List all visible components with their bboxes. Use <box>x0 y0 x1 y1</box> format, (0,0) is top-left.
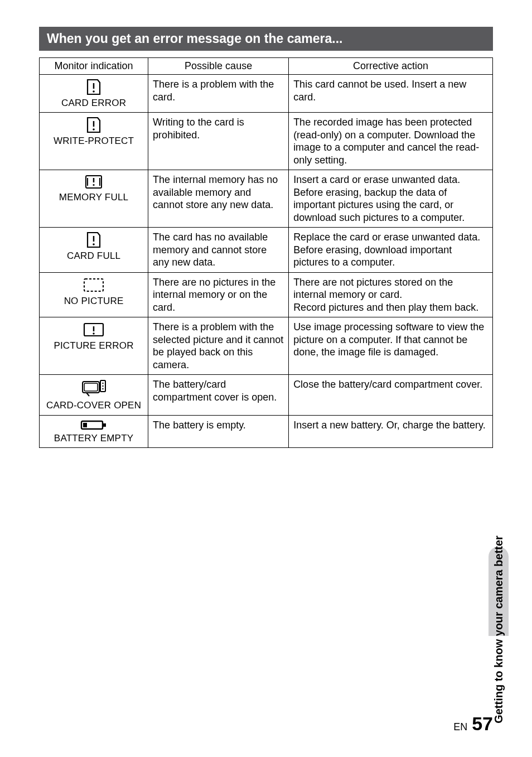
section-title: When you get an error message on the cam… <box>39 27 493 51</box>
action-cell: Close the battery/card compartment cover… <box>289 375 493 415</box>
no-picture-icon <box>44 276 143 294</box>
error-table: Monitor indication Possible cause Correc… <box>39 57 493 448</box>
col-header-indication: Monitor indication <box>40 58 148 75</box>
indicator-label: CARD ERROR <box>44 97 143 109</box>
page-number: 57 <box>472 713 493 735</box>
table-row: CARD-COVER OPEN The battery/card compart… <box>40 375 493 415</box>
side-tab: Getting to know your camera better <box>489 296 509 636</box>
cause-cell: The battery is empty. <box>148 415 289 447</box>
action-cell: Use image processing software to view th… <box>289 317 493 375</box>
action-cell: This card cannot be used. Insert a new c… <box>289 75 493 113</box>
battery-empty-icon <box>44 419 143 431</box>
table-row: PICTURE ERROR There is a problem with th… <box>40 317 493 375</box>
cause-cell: There are no pictures in the internal me… <box>148 272 289 317</box>
col-header-cause: Possible cause <box>148 58 289 75</box>
picture-error-icon <box>44 321 143 339</box>
table-row: CARD FULL The card has no available memo… <box>40 228 493 273</box>
svg-point-3 <box>93 128 95 131</box>
indicator-label: CARD-COVER OPEN <box>44 399 143 411</box>
cause-cell: Writing to the card is prohibited. <box>148 113 289 170</box>
action-cell: The recorded image has been protected (r… <box>289 113 493 170</box>
cause-cell: The card has no available memory and can… <box>148 228 289 273</box>
cause-cell: The battery/card compartment cover is op… <box>148 375 289 415</box>
svg-rect-16 <box>84 383 98 391</box>
footer-lang: EN <box>453 721 467 733</box>
indicator-label: PICTURE ERROR <box>44 340 143 351</box>
card-cover-icon <box>44 378 143 398</box>
svg-rect-23 <box>103 423 106 427</box>
card-alert-icon <box>44 231 143 249</box>
table-row: WRITE-PROTECT Writing to the card is pro… <box>40 113 493 170</box>
svg-point-19 <box>102 383 103 384</box>
svg-rect-24 <box>83 423 87 427</box>
svg-point-1 <box>93 90 95 93</box>
action-cell: There are not pictures stored on the int… <box>289 272 493 317</box>
indicator-label: WRITE-PROTECT <box>44 135 143 147</box>
svg-point-8 <box>93 184 94 186</box>
svg-point-14 <box>93 333 94 335</box>
action-cell: Insert a new battery. Or, charge the bat… <box>289 415 493 447</box>
table-row: CARD ERROR There is a problem with the c… <box>40 75 493 113</box>
page-footer: EN 57 <box>453 713 493 735</box>
table-row: MEMORY FULL The internal memory has no a… <box>40 170 493 228</box>
cause-cell: There is a problem with the selected pic… <box>148 317 289 375</box>
card-alert-icon <box>44 116 143 134</box>
col-header-action: Corrective action <box>289 58 493 75</box>
svg-rect-11 <box>84 279 103 291</box>
svg-point-21 <box>102 388 103 389</box>
memory-full-icon <box>44 173 143 190</box>
action-cell: Replace the card or erase unwanted data.… <box>289 228 493 273</box>
action-cell: Insert a card or erase unwanted data. Be… <box>289 170 493 228</box>
indicator-label: NO PICTURE <box>44 295 143 307</box>
svg-point-20 <box>102 385 103 387</box>
side-tab-label: Getting to know your camera better <box>492 536 505 724</box>
table-row: BATTERY EMPTY The battery is empty. Inse… <box>40 415 493 447</box>
card-alert-icon <box>44 78 143 96</box>
table-header-row: Monitor indication Possible cause Correc… <box>40 58 493 75</box>
cause-cell: There is a problem with the card. <box>148 75 289 113</box>
cause-cell: The internal memory has no available mem… <box>148 170 289 228</box>
svg-point-10 <box>93 243 95 245</box>
indicator-label: MEMORY FULL <box>44 191 143 203</box>
indicator-label: BATTERY EMPTY <box>44 432 143 444</box>
indicator-label: CARD FULL <box>44 250 143 262</box>
table-row: NO PICTURE There are no pictures in the … <box>40 272 493 317</box>
